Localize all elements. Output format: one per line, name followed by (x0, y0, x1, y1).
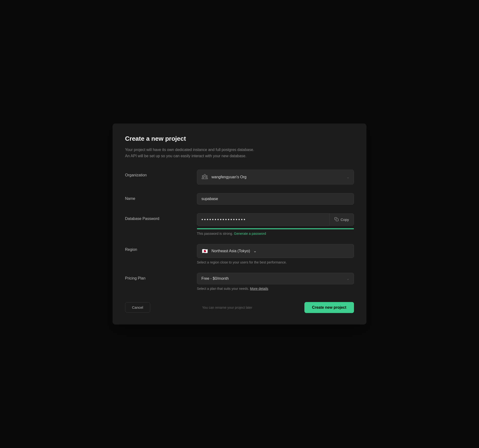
password-label: Database Password (125, 213, 197, 221)
organization-select[interactable]: wangfengyuan's Org ⌄ (197, 170, 354, 184)
region-row: Region 🇯🇵 Northeast Asia (Tokyo) ⌄ Selec… (125, 244, 354, 264)
modal-title: Create a new project (125, 135, 354, 143)
rename-hint: You can rename your project later (202, 305, 253, 309)
copy-button[interactable]: Copy (330, 214, 354, 226)
password-row: Database Password Copy (125, 213, 354, 235)
password-strength-bar (197, 228, 354, 229)
password-input[interactable] (197, 213, 330, 226)
password-input-row: Copy (197, 213, 354, 226)
organization-label: Organization (125, 170, 197, 177)
region-hint: Select a region close to your users for … (197, 260, 354, 264)
region-select[interactable]: 🇯🇵 Northeast Asia (Tokyo) ⌄ (197, 244, 354, 258)
pricing-hint: Select a plan that suits your needs. Mor… (197, 287, 354, 291)
pricing-select[interactable]: Free - $0/month ⌄ (197, 273, 354, 284)
pricing-label: Pricing Plan (125, 273, 197, 280)
region-value: Northeast Asia (Tokyo) (212, 249, 250, 253)
chevron-down-icon: ⌄ (346, 277, 349, 280)
copy-button-label: Copy (340, 218, 349, 222)
organization-row: Organization wangfengyuan's Org ⌄ (125, 170, 354, 184)
description-line1: Your project will have its own dedicated… (125, 148, 254, 152)
password-control: Copy This password is strong. Generate a… (197, 213, 354, 235)
password-hint: This password is strong. Generate a pass… (197, 232, 354, 235)
name-row: Name (125, 193, 354, 205)
password-strength-fill (197, 228, 354, 229)
cancel-button[interactable]: Cancel (125, 302, 150, 312)
organization-control: wangfengyuan's Org ⌄ (197, 170, 354, 184)
copy-icon (334, 217, 339, 222)
modal-overlay: Create a new project Your project will h… (0, 0, 479, 448)
pricing-row: Pricing Plan Free - $0/month ⌄ Select a … (125, 273, 354, 291)
svg-rect-0 (336, 219, 339, 221)
create-project-modal: Create a new project Your project will h… (113, 123, 366, 324)
japan-flag-icon: 🇯🇵 (201, 248, 208, 254)
name-control (197, 193, 354, 205)
password-hint-text: This password is strong. (197, 232, 233, 235)
more-details-link[interactable]: More details (250, 287, 268, 291)
modal-footer: Cancel You can rename your project later… (125, 302, 354, 313)
name-label: Name (125, 193, 197, 201)
pricing-value: Free - $0/month (201, 276, 229, 281)
modal-description: Your project will have its own dedicated… (125, 147, 354, 159)
org-icon (201, 173, 208, 181)
generate-password-link[interactable]: Generate a password (234, 232, 266, 235)
chevron-down-icon: ⌄ (253, 249, 257, 253)
region-control: 🇯🇵 Northeast Asia (Tokyo) ⌄ Select a reg… (197, 244, 354, 264)
description-line2: An API will be set up so you can easily … (125, 154, 246, 158)
chevron-down-icon: ⌄ (346, 175, 349, 179)
name-input[interactable] (197, 193, 354, 205)
region-label: Region (125, 244, 197, 252)
create-project-button[interactable]: Create new project (304, 302, 354, 313)
organization-value: wangfengyuan's Org (212, 175, 246, 179)
pricing-control: Free - $0/month ⌄ Select a plan that sui… (197, 273, 354, 291)
